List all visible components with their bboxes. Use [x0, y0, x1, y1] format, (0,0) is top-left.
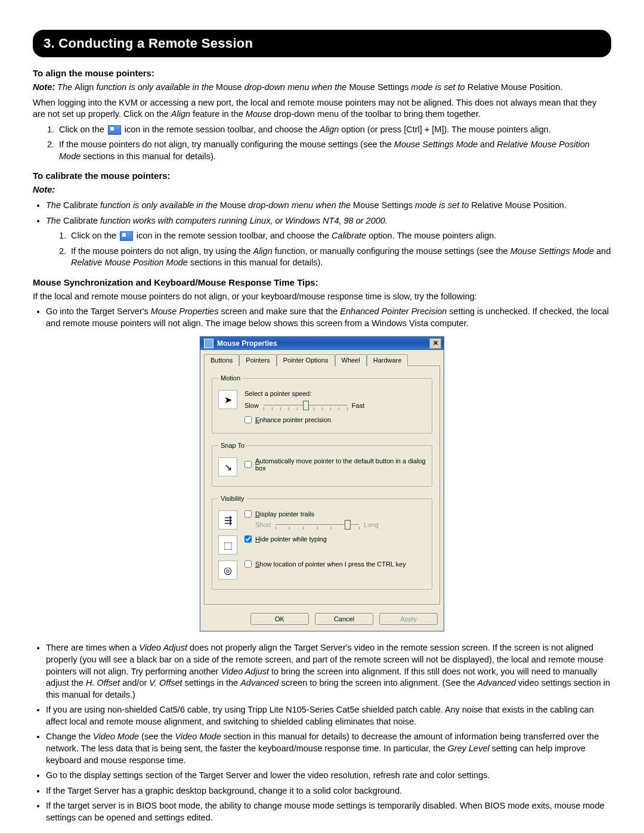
calibrate-note-label: Note:: [33, 184, 611, 196]
calibrate-step-2: If the mouse pointers do not align, try …: [69, 246, 611, 269]
ctrl-locate-checkbox[interactable]: [244, 561, 252, 568]
tab-wheel[interactable]: Wheel: [335, 354, 367, 366]
calibrate-heading: To calibrate the mouse pointers:: [33, 171, 611, 181]
short-label: Short: [255, 521, 271, 528]
snap-to-icon: ↘: [218, 457, 237, 476]
tab-buttons[interactable]: Buttons: [204, 354, 239, 366]
pointer-trails-label: Display pointer trails: [255, 510, 314, 518]
pointer-trails-checkbox[interactable]: [244, 510, 252, 518]
group-snap-to: Snap To ↘ Automatically move pointer to …: [212, 442, 432, 487]
cancel-button[interactable]: Cancel: [315, 613, 373, 625]
align-paragraph: When logging into the KVM or accessing a…: [33, 97, 611, 120]
hide-pointer-icon: ⬚: [218, 535, 237, 555]
group-motion: Motion ➤ Select a pointer speed: Slow: [212, 374, 432, 433]
slow-label: Slow: [244, 402, 259, 409]
tips-list-bottom: There are times when a Video Adjust does…: [46, 642, 611, 823]
tip-video-mode: Change the Video Mode (see the Video Mod…: [46, 731, 611, 766]
tip-display-settings: Go to the display settings section of th…: [46, 770, 611, 782]
tip-video-adjust: There are times when a Video Adjust does…: [46, 642, 611, 701]
group-visibility: Visibility ⇶ Display pointer trails Shor…: [212, 495, 432, 590]
tab-pointer-options[interactable]: Pointer Options: [277, 354, 335, 366]
long-label: Long: [364, 521, 378, 528]
tip-enhanced-precision: Go into the Target Server's Mouse Proper…: [46, 306, 611, 329]
close-icon[interactable]: ✕: [429, 338, 441, 349]
tip-bios-mode: If the target server is in BIOS boot mod…: [46, 800, 611, 823]
pointer-speed-icon: ➤: [218, 390, 237, 409]
trails-icon: ⇶: [218, 510, 237, 529]
calibrate-step-1: Click on the icon in the remote session …: [69, 230, 611, 242]
mouse-toolbar-icon: [120, 231, 133, 241]
calibrate-steps: Click on the icon in the remote session …: [69, 230, 611, 269]
dialog-button-row: OK Cancel Apply: [200, 608, 444, 631]
ctrl-locate-label: Show location of pointer when I press th…: [255, 561, 406, 568]
snap-to-checkbox[interactable]: [244, 461, 252, 468]
tab-hardware[interactable]: Hardware: [367, 354, 408, 366]
tip-shielded-cable: If you are using non-shielded Cat5/6 cab…: [46, 704, 611, 727]
snap-to-label: Automatically move pointer to the defaul…: [255, 457, 426, 472]
tab-pointers[interactable]: Pointers: [239, 354, 276, 366]
visibility-legend: Visibility: [218, 495, 247, 502]
dialog-tabs: Buttons Pointers Pointer Options Wheel H…: [200, 350, 444, 366]
apply-button[interactable]: Apply: [379, 613, 438, 625]
snap-legend: Snap To: [218, 442, 247, 449]
align-heading: To align the mouse pointers:: [33, 68, 611, 78]
section-banner: 3. Conducting a Remote Session: [33, 30, 611, 57]
calibrate-note-2: The Calibrate function works with comput…: [46, 215, 611, 227]
tip-desktop-background: If the Target Server has a graphic deskt…: [46, 785, 611, 797]
enhance-precision-label: EEnhance pointer precisionnhance pointer…: [255, 416, 331, 423]
pointer-speed-slider[interactable]: [264, 401, 347, 410]
mouse-properties-screenshot: Mouse Properties ✕ Buttons Pointers Poin…: [200, 336, 444, 631]
tips-intro: If the local and remote mouse pointers d…: [33, 291, 611, 303]
dialog-title: Mouse Properties: [217, 339, 277, 348]
trails-length-slider: [275, 520, 359, 529]
align-note: Note: The Align function is only availab…: [33, 82, 611, 94]
align-step-2: If the mouse pointers do not align, try …: [57, 139, 611, 162]
dialog-titlebar: Mouse Properties ✕: [200, 337, 444, 350]
manual-page: 3. Conducting a Remote Session To align …: [0, 0, 644, 833]
tips-heading: Mouse Synchronization and Keyboard/Mouse…: [33, 277, 611, 287]
pointer-speed-label: Select a pointer speed:: [244, 390, 426, 397]
tab-panel-pointer-options: Motion ➤ Select a pointer speed: Slow: [204, 366, 440, 605]
enhance-precision-checkbox[interactable]: [244, 416, 252, 423]
hide-pointer-label: Hide pointer while typing: [255, 535, 327, 543]
calibrate-notes: The Calibrate function is only available…: [46, 200, 611, 227]
motion-legend: Motion: [218, 374, 243, 382]
fast-label: Fast: [352, 402, 364, 409]
hide-pointer-checkbox[interactable]: [244, 535, 252, 543]
ok-button[interactable]: OK: [250, 613, 309, 625]
align-step-1: Click on the icon in the remote session …: [57, 124, 611, 136]
tips-list-top: Go into the Target Server's Mouse Proper…: [46, 306, 611, 329]
dialog-app-icon: [204, 339, 213, 348]
calibrate-note-1: The Calibrate function is only available…: [46, 200, 611, 212]
mouse-toolbar-icon: [108, 125, 121, 135]
align-steps: Click on the icon in the remote session …: [57, 124, 611, 163]
ctrl-locate-icon: ◎: [218, 561, 237, 580]
